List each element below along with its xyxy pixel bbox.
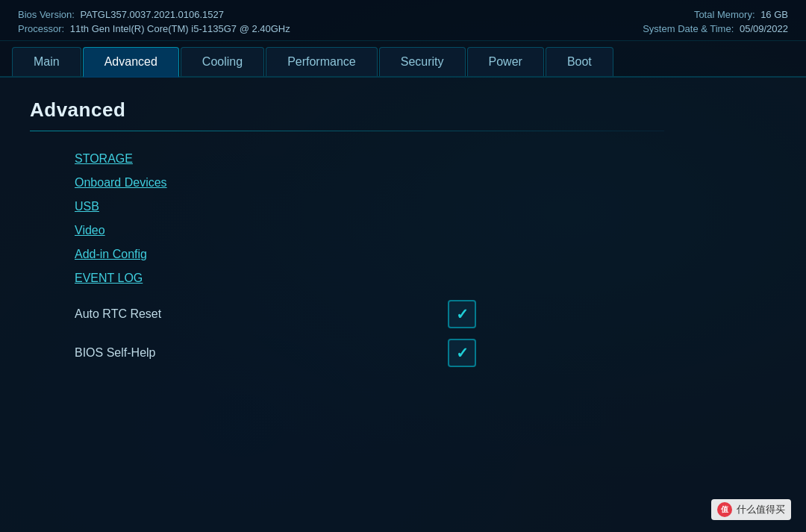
menu-item-storage[interactable]: STORAGE [75,149,133,169]
header-right: Total Memory: 16 GB System Date & Time: … [643,9,788,34]
main-content: Advanced STORAGE Onboard Devices USB Vid… [0,78,806,532]
processor-value: 11th Gen Intel(R) Core(TM) i5-1135G7 @ 2… [70,23,290,34]
tab-boot[interactable]: Boot [546,47,613,76]
processor-label: Processor: [18,23,64,34]
section-divider [30,131,664,131]
menu-item-video[interactable]: Video [75,221,105,240]
tab-security[interactable]: Security [379,47,466,76]
menu-item-usb[interactable]: USB [75,197,99,216]
bios-version-label: Bios Version: [18,9,75,20]
tab-power[interactable]: Power [467,47,544,76]
bios-ui: Bios Version: PATGL357.0037.2021.0106.15… [0,0,806,532]
setting-row-auto-rtc: Auto RTC Reset [75,300,776,328]
setting-row-bios-self-help: BIOS Self-Help [75,339,776,367]
menu-list: STORAGE Onboard Devices USB Video Add-in… [30,149,776,288]
bios-header: Bios Version: PATGL357.0037.2021.0106.15… [0,0,806,41]
header-left: Bios Version: PATGL357.0037.2021.0106.15… [18,9,290,34]
datetime-label: System Date & Time: [643,23,734,34]
tab-cooling[interactable]: Cooling [181,47,264,76]
bios-self-help-checkbox[interactable] [448,339,476,367]
tab-main[interactable]: Main [12,47,81,76]
menu-item-event-log[interactable]: EVENT LOG [75,269,143,288]
menu-item-add-in-config[interactable]: Add-in Config [75,245,147,264]
bios-self-help-label: BIOS Self-Help [75,346,224,360]
settings-section: Auto RTC Reset BIOS Self-Help [30,300,776,367]
watermark-icon: 值 [717,502,732,517]
bios-version-row: Bios Version: PATGL357.0037.2021.0106.15… [18,9,290,20]
watermark-text: 什么值得买 [737,503,785,516]
menu-item-onboard-devices[interactable]: Onboard Devices [75,173,167,193]
tab-performance[interactable]: Performance [266,47,378,76]
processor-row: Processor: 11th Gen Intel(R) Core(TM) i5… [18,23,290,34]
section-title: Advanced [30,98,776,122]
tab-advanced[interactable]: Advanced [83,47,179,78]
total-memory-label: Total Memory: [694,9,755,20]
auto-rtc-label: Auto RTC Reset [75,307,224,321]
auto-rtc-checkbox[interactable] [448,300,476,328]
watermark: 值 什么值得买 [711,499,791,520]
total-memory-row: Total Memory: 16 GB [694,9,788,20]
total-memory-value: 16 GB [760,9,788,20]
datetime-row: System Date & Time: 05/09/2022 [643,23,788,34]
bios-version-value: PATGL357.0037.2021.0106.1527 [81,9,225,20]
nav-tabs: Main Advanced Cooling Performance Securi… [0,41,806,78]
datetime-value: 05/09/2022 [740,23,788,34]
